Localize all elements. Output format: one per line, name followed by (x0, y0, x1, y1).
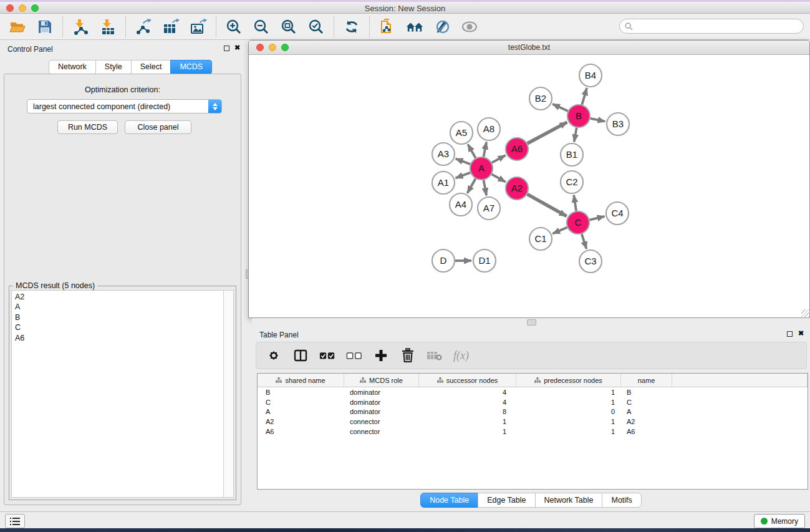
close-panel-icon[interactable]: ✖ (798, 329, 804, 337)
export-table-icon[interactable] (162, 18, 180, 36)
window-resize-grip[interactable] (801, 309, 809, 317)
search-field[interactable] (619, 19, 804, 34)
search-input[interactable] (636, 21, 798, 31)
table-cell[interactable]: A6 (258, 428, 344, 435)
network-window-titlebar[interactable]: testGlobe.txt (249, 41, 809, 55)
zoom-in-icon[interactable] (225, 18, 243, 36)
column-header-shared-name[interactable]: shared name (258, 374, 344, 387)
table-row[interactable]: A6connector11A6 (258, 427, 808, 437)
tab-mcds[interactable]: MCDS (170, 60, 212, 74)
table-cell[interactable]: 4 (419, 389, 516, 396)
graph-edge-B-B3[interactable] (591, 118, 605, 122)
graph-node-B1[interactable]: B1 (561, 143, 583, 166)
zoom-selected-icon[interactable] (307, 18, 325, 36)
select-all-icon[interactable] (319, 347, 335, 364)
graph-node-A1[interactable]: A1 (432, 172, 455, 194)
save-session-icon[interactable] (36, 18, 54, 36)
delete-row-icon[interactable] (400, 347, 416, 364)
zoom-out-icon[interactable] (253, 18, 270, 36)
table-row[interactable]: Cdominator41C (258, 397, 808, 407)
table-cell[interactable]: 1 (516, 399, 621, 406)
column-header-mcds-role[interactable]: MCDS role (344, 374, 419, 387)
graph-node-D[interactable]: D (432, 249, 455, 272)
tab-motifs[interactable]: Motifs (602, 493, 641, 508)
table-settings-icon[interactable] (266, 347, 282, 364)
list-item[interactable]: A6 (15, 333, 224, 343)
table-row[interactable]: Bdominator41B (258, 387, 808, 397)
result-list-scrollbar[interactable] (223, 290, 234, 498)
graph-edge-C-C1[interactable] (552, 228, 567, 234)
table-cell[interactable]: A (621, 408, 672, 415)
tab-style[interactable]: Style (95, 60, 132, 74)
column-header-name[interactable]: name (621, 374, 672, 387)
graph-node-B2[interactable]: B2 (529, 87, 552, 110)
optimization-criterion-select[interactable]: largest connected component (directed) (27, 99, 222, 114)
table-cell[interactable]: connector (344, 428, 419, 435)
table-cell[interactable]: 4 (419, 399, 516, 406)
table-cell[interactable]: B (621, 389, 672, 396)
table-row[interactable]: Adominator80A (258, 407, 808, 417)
graph-node-C3[interactable]: C3 (579, 250, 602, 273)
run-mcds-button[interactable]: Run MCDS (57, 120, 118, 134)
cybrowser-home-icon[interactable] (406, 18, 423, 36)
graph-edge-A-A8[interactable] (484, 142, 487, 157)
graph-node-D1[interactable]: D1 (473, 249, 496, 272)
hide-labels-icon[interactable] (433, 18, 451, 36)
apply-function-icon[interactable]: f(x) (453, 349, 469, 362)
table-cell[interactable]: dominator (344, 389, 419, 396)
table-row[interactable]: A2connector11A2 (258, 417, 808, 427)
duplicate-network-icon[interactable] (378, 18, 396, 36)
graph-node-B4[interactable]: B4 (579, 64, 602, 87)
graph-edge-A-A2[interactable] (492, 174, 506, 181)
list-item[interactable]: A2 (15, 292, 224, 302)
graph-edge-A6-B[interactable] (528, 122, 567, 143)
graph-node-A4[interactable]: A4 (450, 193, 472, 216)
graph-edge-B-B4[interactable] (582, 88, 587, 105)
export-image-icon[interactable] (190, 18, 207, 36)
tab-select[interactable]: Select (131, 60, 171, 74)
table-cell[interactable]: 1 (516, 418, 621, 425)
graph-edge-C-C2[interactable] (574, 195, 576, 211)
float-panel-icon[interactable] (224, 46, 229, 51)
graph-node-B3[interactable]: B3 (607, 113, 629, 135)
graph-edge-B-B2[interactable] (552, 104, 568, 111)
table-cell[interactable]: 8 (419, 408, 516, 415)
open-session-icon[interactable] (9, 18, 26, 36)
table-cell[interactable]: dominator (344, 408, 419, 415)
import-table-icon[interactable] (99, 18, 117, 36)
eye-icon[interactable] (461, 18, 478, 36)
table-cell[interactable]: 1 (516, 389, 621, 396)
graph-node-C[interactable]: C (567, 211, 589, 234)
network-canvas[interactable]: B4B2BB3A8A5A6A3B1AA1C2A2A4A7C4CC1C3DD1 (249, 55, 809, 317)
zoom-fit-icon[interactable] (280, 18, 297, 36)
list-item[interactable]: B (15, 312, 224, 322)
table-cell[interactable]: connector (344, 418, 419, 425)
table-cell[interactable]: A2 (258, 418, 344, 425)
graph-node-B[interactable]: B (567, 105, 590, 127)
graph-edge-A2-C[interactable] (528, 194, 567, 216)
graph-node-A6[interactable]: A6 (506, 138, 528, 160)
task-history-button[interactable] (5, 514, 25, 528)
table-cell[interactable]: B (258, 389, 344, 396)
graph-edge-A-A7[interactable] (484, 180, 487, 196)
mcds-result-list[interactable]: A2ABCA6 (11, 290, 224, 498)
memory-button[interactable]: Memory (754, 514, 805, 528)
column-header-successor-nodes[interactable]: successor nodes (419, 374, 516, 387)
graph-node-A7[interactable]: A7 (478, 197, 500, 220)
graph-edge-A-A6[interactable] (492, 155, 506, 163)
table-cell[interactable]: 1 (419, 418, 516, 425)
list-item[interactable]: C (15, 322, 224, 332)
horizontal-split-divider[interactable] (252, 318, 810, 326)
table-cell[interactable]: 1 (516, 428, 621, 435)
table-cell[interactable]: 0 (516, 408, 621, 415)
graph-edge-B-B1[interactable] (574, 128, 577, 142)
close-panel-button[interactable]: Close panel (125, 120, 191, 134)
table-cell[interactable]: 1 (419, 428, 516, 435)
column-visibility-icon[interactable] (292, 347, 309, 364)
table-cell[interactable]: A (258, 408, 344, 415)
delete-table-icon[interactable] (427, 347, 443, 364)
graph-node-A3[interactable]: A3 (432, 143, 455, 165)
graph-node-A8[interactable]: A8 (478, 118, 500, 140)
graph-node-A2[interactable]: A2 (506, 177, 528, 200)
table-cell[interactable]: A6 (621, 428, 672, 435)
